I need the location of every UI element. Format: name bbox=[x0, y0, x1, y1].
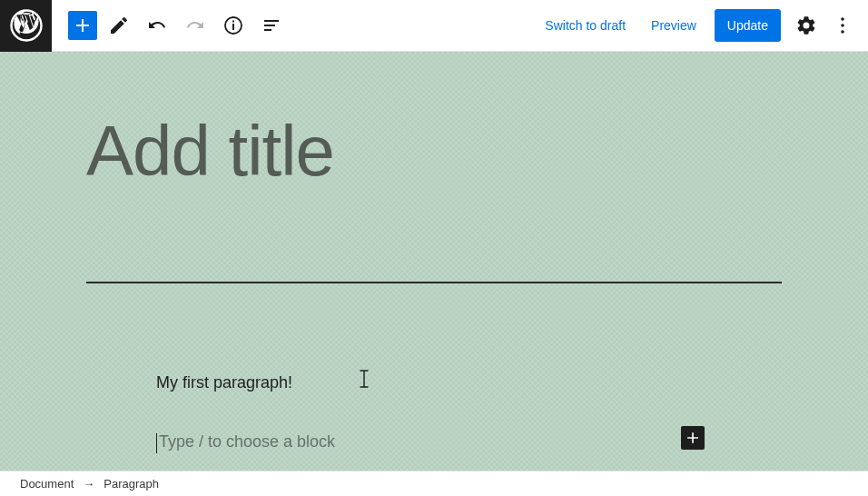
svg-point-5 bbox=[841, 24, 844, 27]
settings-button[interactable] bbox=[790, 9, 823, 42]
toolbar-right-group: Switch to draft Preview Update bbox=[534, 9, 868, 42]
svg-point-6 bbox=[841, 30, 844, 34]
text-caret bbox=[156, 433, 157, 453]
redo-icon bbox=[184, 15, 206, 36]
options-button[interactable] bbox=[826, 9, 859, 42]
undo-icon bbox=[146, 15, 168, 36]
block-prompt-text: Type / to choose a block bbox=[159, 432, 335, 451]
inline-add-block-button[interactable] bbox=[681, 426, 705, 450]
tools-button[interactable] bbox=[103, 9, 135, 42]
svg-rect-3 bbox=[232, 21, 234, 23]
gear-icon bbox=[795, 15, 817, 36]
content-area: Add title bbox=[86, 52, 782, 186]
title-underline bbox=[86, 282, 782, 283]
empty-block-prompt[interactable]: Type / to choose a block bbox=[156, 432, 335, 451]
svg-rect-2 bbox=[232, 24, 234, 30]
wordpress-logo[interactable] bbox=[0, 0, 52, 52]
ellipsis-vertical-icon bbox=[832, 15, 853, 36]
switch-to-draft-button[interactable]: Switch to draft bbox=[534, 11, 636, 40]
breadcrumb-current[interactable]: Paragraph bbox=[104, 477, 159, 491]
toolbar-left-group bbox=[52, 9, 288, 42]
post-title-input[interactable]: Add title bbox=[86, 115, 782, 186]
paragraph-block-1[interactable]: My first paragraph! bbox=[156, 373, 292, 392]
pencil-icon bbox=[108, 15, 130, 36]
wordpress-icon bbox=[10, 9, 43, 42]
add-block-button[interactable] bbox=[68, 11, 97, 40]
breadcrumb-root[interactable]: Document bbox=[20, 477, 74, 491]
plus-icon bbox=[684, 429, 702, 447]
update-button[interactable]: Update bbox=[715, 9, 781, 42]
editor-canvas[interactable]: Add title My first paragraph! Type / to … bbox=[0, 52, 868, 471]
chevron-right-icon: → bbox=[83, 477, 94, 491]
outline-button[interactable] bbox=[255, 9, 288, 42]
preview-button[interactable]: Preview bbox=[640, 11, 707, 40]
block-breadcrumb: Document → Paragraph bbox=[0, 471, 868, 496]
undo-button[interactable] bbox=[141, 9, 173, 42]
editor-top-toolbar: Switch to draft Preview Update bbox=[0, 0, 868, 52]
text-cursor-icon bbox=[359, 370, 370, 392]
details-button[interactable] bbox=[217, 9, 250, 42]
list-view-icon bbox=[261, 15, 282, 36]
info-icon bbox=[222, 15, 244, 36]
plus-icon bbox=[72, 15, 94, 36]
svg-point-4 bbox=[841, 17, 844, 21]
redo-button[interactable] bbox=[179, 9, 212, 42]
